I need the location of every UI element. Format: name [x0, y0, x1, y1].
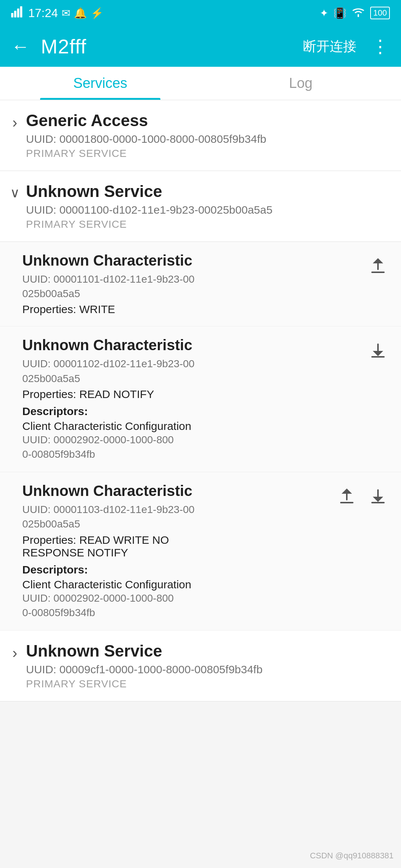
svg-rect-0 [11, 13, 13, 17]
char-2-actions [366, 337, 390, 362]
char-1-uuid: UUID: 00001101-d102-11e1-9b23-00025b00a5… [22, 272, 362, 301]
char-3-uuid: UUID: 00001103-d102-11e1-9b23-00025b00a5… [22, 502, 331, 531]
app-title: M2fff [41, 35, 303, 58]
characteristic-3: Unknown Characteristic UUID: 00001103-d1… [0, 472, 401, 631]
char-1-properties: Properties: WRITE [22, 303, 362, 316]
char-2-uuid: UUID: 00001102-d102-11e1-9b23-00025b00a5… [22, 356, 362, 385]
svg-marker-12 [342, 489, 352, 494]
svg-rect-7 [371, 356, 385, 358]
char-3-actions [335, 483, 390, 508]
char-3-name: Unknown Characteristic [22, 483, 331, 499]
service-unknown-2: › Unknown Service UUID: 00009cf1-0000-10… [0, 631, 401, 701]
usb-icon: ⚡ [91, 7, 104, 19]
char-3-descriptor-name: Client Characteristic Configuration [22, 578, 331, 591]
svg-rect-10 [340, 502, 353, 503]
char-1-content: Unknown Characteristic UUID: 00001101-d1… [22, 252, 362, 316]
service-generic-access-type: PRIMARY SERVICE [26, 148, 390, 160]
svg-rect-13 [371, 502, 385, 503]
char-3-download-button[interactable] [366, 484, 390, 508]
bluetooth-icon: ✦ [320, 7, 328, 19]
characteristic-1: Unknown Characteristic UUID: 00001101-d1… [0, 242, 401, 326]
char-3-properties-label: Properties: [22, 534, 76, 546]
service-unknown-2-name: Unknown Service [26, 642, 390, 660]
svg-rect-3 [20, 6, 22, 17]
char-2-descriptor-name: Client Characteristic Configuration [22, 420, 362, 433]
char-2-properties-label: Properties: [22, 388, 76, 400]
watermark: CSDN @qq910888381 [310, 851, 394, 861]
app-bar: ← M2fff 断开连接 ⋮ [0, 26, 401, 67]
tab-log[interactable]: Log [200, 67, 401, 100]
back-button[interactable]: ← [11, 36, 30, 57]
content-area: › Generic Access UUID: 00001800-0000-100… [0, 100, 401, 701]
service-generic-access-details: Generic Access UUID: 00001800-0000-1000-… [26, 111, 390, 160]
char-1-upload-button[interactable] [366, 254, 390, 277]
disconnect-button[interactable]: 断开连接 [303, 37, 356, 56]
service-2-expand-arrow[interactable]: › [7, 645, 22, 661]
status-bar: 17:24 ✉ 🔔 ⚡ ✦ 📳 100 [0, 0, 401, 26]
char-3-content: Unknown Characteristic UUID: 00001103-d1… [22, 483, 331, 620]
wifi-icon [352, 7, 365, 20]
char-1-properties-value: WRITE [76, 303, 115, 315]
svg-rect-1 [14, 11, 16, 17]
email-icon: ✉ [62, 7, 70, 19]
svg-marker-9 [373, 351, 383, 356]
svg-rect-4 [371, 272, 385, 273]
char-2-descriptors-label: Descriptors: [22, 405, 362, 418]
service-generic-access-uuid: UUID: 00001800-0000-1000-8000-00805f9b34… [26, 133, 390, 145]
expanded-characteristics: Unknown Characteristic UUID: 00001101-d1… [0, 242, 401, 631]
service-unknown-1-type: PRIMARY SERVICE [26, 218, 390, 230]
signal-icon [11, 6, 25, 20]
char-1-properties-label: Properties: [22, 303, 76, 315]
svg-marker-15 [373, 497, 383, 502]
char-2-download-button[interactable] [366, 338, 390, 362]
char-3-properties: Properties: READ WRITE NORESPONSE NOTIFY [22, 534, 331, 559]
tab-services[interactable]: Services [0, 67, 200, 100]
more-menu-button[interactable]: ⋮ [371, 36, 390, 57]
service-expand-arrow[interactable]: › [7, 114, 22, 131]
status-bar-left: 17:24 ✉ 🔔 ⚡ [11, 6, 104, 20]
battery-indicator: 100 [370, 7, 390, 19]
service-generic-access: › Generic Access UUID: 00001800-0000-100… [0, 100, 401, 171]
status-bar-right: ✦ 📳 100 [320, 7, 390, 20]
service-unknown-2-uuid: UUID: 00009cf1-0000-1000-8000-00805f9b34… [26, 663, 390, 676]
char-2-properties: Properties: READ NOTIFY [22, 388, 362, 401]
char-2-properties-value: READ NOTIFY [76, 388, 154, 400]
char-1-actions [366, 252, 390, 277]
service-unknown-1-details: Unknown Service UUID: 00001100-d102-11e1… [26, 182, 390, 230]
service-collapse-arrow[interactable]: ∨ [7, 185, 22, 201]
vibrate-icon: 📳 [333, 7, 346, 19]
char-2-descriptor-uuid: UUID: 00002902-0000-1000-8000-00805f9b34… [22, 433, 362, 461]
svg-rect-2 [17, 9, 19, 17]
service-unknown-2-type: PRIMARY SERVICE [26, 678, 390, 690]
service-generic-access-name: Generic Access [26, 111, 390, 130]
char-2-content: Unknown Characteristic UUID: 00001102-d1… [22, 337, 362, 461]
characteristic-2: Unknown Characteristic UUID: 00001102-d1… [0, 326, 401, 472]
svg-marker-6 [373, 258, 383, 263]
status-time: 17:24 [28, 6, 58, 20]
notification-icon: 🔔 [74, 7, 87, 19]
char-3-descriptor-uuid: UUID: 00002902-0000-1000-8000-00805f9b34… [22, 591, 331, 620]
tab-bar: Services Log [0, 67, 401, 100]
char-3-upload-button[interactable] [335, 484, 359, 508]
char-3-descriptors-label: Descriptors: [22, 563, 331, 576]
service-unknown-1-uuid: UUID: 00001100-d102-11e1-9b23-00025b00a5… [26, 204, 390, 216]
service-unknown-1: ∨ Unknown Service UUID: 00001100-d102-11… [0, 171, 401, 242]
service-unknown-2-details: Unknown Service UUID: 00009cf1-0000-1000… [26, 642, 390, 690]
char-1-name: Unknown Characteristic [22, 252, 362, 269]
service-unknown-1-name: Unknown Service [26, 182, 390, 201]
char-2-name: Unknown Characteristic [22, 337, 362, 354]
